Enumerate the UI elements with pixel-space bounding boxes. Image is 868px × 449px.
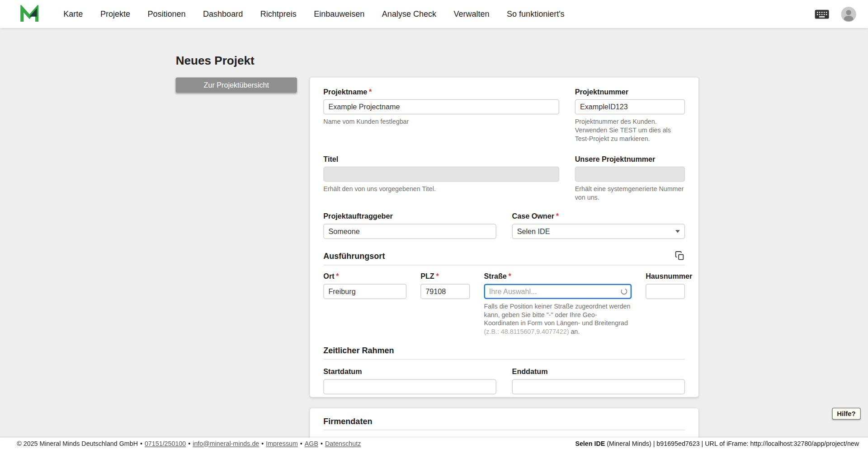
strasse-input-wrap [484, 284, 632, 299]
impressum-link[interactable]: Impressum [266, 440, 298, 447]
section-zeitlicher-rahmen: Zeitlicher Rahmen [323, 346, 685, 360]
section-divider [323, 430, 685, 430]
email-link[interactable]: info@mineral-minds.de [193, 440, 259, 447]
nav-item-analyse-check[interactable]: Analyse Check [382, 9, 436, 19]
projektnummer-helper: Projektnummer des Kunden. Verwenden Sie … [575, 118, 685, 143]
titel-label: Titel [323, 155, 559, 164]
back-to-projects-button[interactable]: Zur Projektübersicht [176, 77, 297, 93]
nav-item-karte[interactable]: Karte [63, 9, 83, 19]
firmendaten-card: Firmendaten [310, 408, 698, 438]
chevron-down-icon [675, 230, 680, 233]
required-marker: * [556, 212, 559, 220]
footer-left: © 2025 Mineral Minds Deutschland GmbH • … [17, 440, 361, 447]
projektnummer-label: Projektnummer [575, 88, 685, 97]
strasse-input[interactable] [484, 284, 632, 299]
label-text: Enddatum [512, 367, 548, 376]
plz-input[interactable] [420, 284, 470, 299]
nav-menu: Karte Projekte Positionen Dashboard Rich… [63, 9, 564, 19]
footer-separator: • [300, 440, 302, 447]
nav-item-positionen[interactable]: Positionen [147, 9, 185, 19]
form-row-4: Ort* PLZ* Straße* [323, 272, 685, 336]
session-user: Selen IDE [575, 440, 605, 447]
top-nav: Karte Projekte Positionen Dashboard Rich… [0, 0, 868, 28]
projektnummer-input[interactable] [575, 99, 685, 115]
mineral-minds-logo-icon[interactable] [20, 5, 39, 23]
help-button[interactable]: Hilfe? [832, 408, 861, 420]
label-text: Titel [323, 155, 338, 164]
label-text: Ort [323, 272, 334, 281]
projektauftraggeber-field: Projektauftraggeber [323, 212, 496, 239]
projektname-input[interactable] [323, 99, 559, 115]
agb-link[interactable]: AGB [305, 440, 318, 447]
form-row-3: Projektauftraggeber Case Owner* Selen ID… [323, 212, 685, 239]
enddatum-field: Enddatum [512, 367, 685, 394]
enddatum-input[interactable] [512, 379, 685, 395]
required-marker: * [369, 88, 372, 96]
projektauftraggeber-input[interactable] [323, 224, 496, 239]
label-text: Startdatum [323, 367, 362, 376]
phone-link[interactable]: 07151/250100 [145, 440, 186, 447]
hausnummer-label: Hausnummer [646, 272, 685, 281]
startdatum-label: Startdatum [323, 367, 496, 376]
copyright-text: © 2025 Mineral Minds Deutschland GmbH [17, 440, 138, 447]
nav-item-so-funktionierts[interactable]: So funktioniert's [507, 9, 565, 19]
unsere-projektnummer-helper: Erhält eine systemgenerierte Nummer von … [575, 185, 685, 202]
case-owner-select[interactable]: Selen IDE [512, 224, 685, 239]
nav-item-projekte[interactable]: Projekte [100, 9, 130, 19]
section-zeitlicher-rahmen-title: Zeitlicher Rahmen [323, 346, 394, 355]
session-details: (Mineral Minds) | b91695ed7623 | URL of … [607, 440, 859, 447]
label-text: Projektauftraggeber [323, 212, 392, 220]
form-row-1: Projektname* Name vom Kunden festlegbar … [323, 88, 685, 143]
unsere-projektnummer-input [575, 167, 685, 182]
ort-input[interactable] [323, 284, 406, 299]
nav-icons [815, 6, 856, 22]
label-text: PLZ [420, 272, 434, 281]
copy-icon[interactable] [675, 251, 685, 261]
ort-field: Ort* [323, 272, 406, 299]
titel-helper: Erhält den von uns vorgegebenen Titel. [323, 185, 559, 194]
label-text: Projektname [323, 88, 367, 96]
projektauftraggeber-label: Projektauftraggeber [323, 212, 496, 221]
keyboard-icon[interactable] [815, 9, 829, 19]
plz-field: PLZ* [420, 272, 470, 299]
footer: © 2025 Mineral Minds Deutschland GmbH • … [0, 438, 868, 449]
page-title: Neues Projekt [176, 54, 255, 67]
unsere-projektnummer-label: Unsere Projektnummer [575, 155, 685, 164]
section-firmendaten-title: Firmendaten [323, 417, 372, 426]
enddatum-label: Enddatum [512, 367, 685, 376]
footer-separator: • [140, 440, 142, 447]
nav-item-dashboard[interactable]: Dashboard [203, 9, 243, 19]
project-form-card: Projektname* Name vom Kunden festlegbar … [310, 77, 698, 397]
startdatum-field: Startdatum [323, 367, 496, 394]
nav-item-verwalten[interactable]: Verwalten [453, 9, 489, 19]
footer-separator: • [321, 440, 323, 447]
case-owner-label: Case Owner* [512, 212, 685, 221]
form-row-2: Titel Erhält den von uns vorgegebenen Ti… [323, 155, 685, 202]
hausnummer-input[interactable] [646, 284, 685, 299]
strasse-label: Straße* [484, 272, 632, 281]
section-divider [323, 359, 685, 360]
footer-separator: • [188, 440, 190, 447]
nav-item-richtpreis[interactable]: Richtpreis [260, 9, 297, 19]
strasse-helper-suffix: an. [569, 328, 580, 335]
case-owner-field: Case Owner* Selen IDE [512, 212, 685, 239]
nav-item-einbauweisen[interactable]: Einbauweisen [314, 9, 364, 19]
projektnummer-field: Projektnummer Projektnummer des Kunden. … [575, 88, 685, 143]
required-marker: * [509, 272, 511, 281]
strasse-field: Straße* Falls die Position keiner Straße… [484, 272, 632, 336]
label-text: Case Owner [512, 212, 554, 220]
app-viewport: Karte Projekte Positionen Dashboard Rich… [0, 0, 868, 449]
avatar-icon[interactable] [841, 6, 856, 22]
ort-label: Ort* [323, 272, 406, 281]
section-ausfuehrungsort: Ausführungsort [323, 251, 685, 265]
label-text: Hausnummer [646, 272, 692, 281]
strasse-helper-text: Falls die Position keiner Straße zugeord… [484, 303, 631, 327]
datenschutz-link[interactable]: Datenschutz [325, 440, 361, 447]
loading-spinner-icon [620, 288, 627, 295]
startdatum-input[interactable] [323, 379, 496, 395]
unsere-projektnummer-field: Unsere Projektnummer Erhält eine systemg… [575, 155, 685, 202]
strasse-helper-example: (z.B.: 48.8115607,9.4077422) [484, 328, 569, 335]
case-owner-value: Selen IDE [517, 227, 550, 236]
titel-input [323, 167, 559, 182]
hausnummer-field: Hausnummer [646, 272, 685, 299]
